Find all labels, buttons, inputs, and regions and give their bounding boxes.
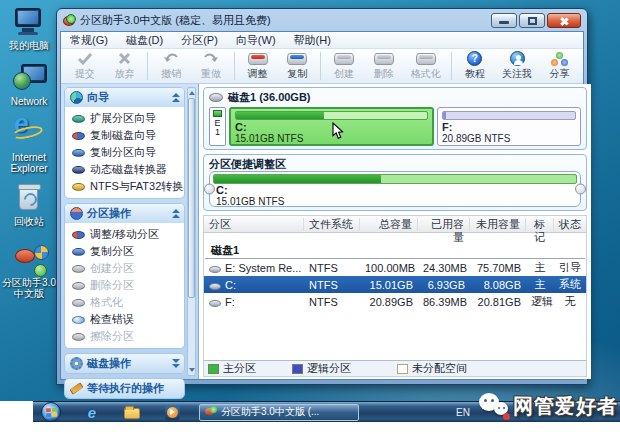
desktop-icon-partition-assistant[interactable]: 分区助手3.0中文版 bbox=[2, 243, 56, 299]
toolbar-separator bbox=[234, 52, 235, 80]
copy-partition-icon bbox=[72, 248, 85, 256]
toolbar-follow-button[interactable]: 关注我 bbox=[495, 51, 540, 81]
table-header: 分区 文件系统 总容量 已用容量 未用容量 标记 状态 bbox=[204, 216, 586, 233]
start-button[interactable] bbox=[41, 402, 61, 422]
sidebar-item-extend-partition-wizard[interactable]: 扩展分区向导 bbox=[65, 110, 184, 127]
maximize-button[interactable] bbox=[519, 13, 545, 28]
menu-bar: 常规(G) 磁盘(D) 分区(P) 向导(W) 帮助(H) bbox=[61, 32, 583, 49]
maximize-icon bbox=[528, 17, 537, 25]
sidebar-item-wipe-partition: 擦除分区 bbox=[65, 328, 184, 345]
scrollbar-thumb[interactable] bbox=[188, 98, 195, 298]
toolbar-discard-button: 放弃 bbox=[105, 51, 145, 81]
table-row[interactable]: F: NTFS 20.89GB 86.39MB 20.81GB 逻辑 无 bbox=[204, 293, 586, 310]
sidebar-scrollbar[interactable] bbox=[187, 87, 196, 376]
title-bar[interactable]: 分区助手3.0中文版 (稳定、易用且免费) bbox=[57, 9, 587, 31]
expand-icon[interactable] bbox=[171, 359, 179, 368]
mouse-cursor-icon bbox=[332, 122, 344, 144]
taskbar-media-player-button[interactable] bbox=[163, 404, 181, 421]
desktop-icon-recycle-bin[interactable]: 回收站 bbox=[2, 182, 56, 227]
partition-ops-icon bbox=[70, 207, 83, 220]
partition-icon bbox=[209, 283, 221, 290]
panel-wizards-header[interactable]: 向导 bbox=[65, 88, 184, 107]
panel-wizards: 向导 扩展分区向导 复制磁盘向导 复制分区向导 bbox=[64, 87, 185, 199]
col-used[interactable]: 已用容量 bbox=[418, 218, 470, 231]
toolbar-create-button: 创建 bbox=[324, 51, 364, 81]
create-partition-icon bbox=[72, 265, 85, 273]
desktop-icon-network[interactable]: Network bbox=[2, 62, 56, 107]
resize-handle-right[interactable] bbox=[575, 184, 586, 195]
sidebar-item-format-partition: 格式化 bbox=[65, 294, 184, 311]
legend: 主分区 逻辑分区 未分配空间 bbox=[203, 360, 587, 377]
folder-icon bbox=[124, 408, 140, 419]
scroll-down-icon[interactable] bbox=[189, 368, 195, 372]
col-capacity[interactable]: 总容量 bbox=[360, 218, 418, 231]
copy-disk-icon bbox=[287, 53, 307, 65]
network-icon bbox=[12, 62, 46, 94]
col-unused[interactable]: 未用容量 bbox=[470, 218, 526, 231]
panel-disk-ops: 磁盘操作 bbox=[64, 353, 185, 374]
watermark-text: 网管爱好者 bbox=[513, 393, 618, 420]
partition-block-e[interactable]: E 1 bbox=[209, 107, 226, 146]
desktop-icon-internet-explorer[interactable]: e Internet Explorer bbox=[2, 118, 56, 174]
menu-wizard[interactable]: 向导(W) bbox=[227, 32, 285, 48]
create-disk-icon bbox=[334, 53, 354, 65]
taskbar-ie-button[interactable]: e bbox=[83, 404, 101, 421]
toolbar-copy-button[interactable]: 复制 bbox=[277, 51, 317, 81]
copy-partition-wizard-icon bbox=[72, 149, 85, 157]
partition-block-c[interactable]: C: 15.01GB NTFS bbox=[229, 107, 434, 146]
toolbar-tutorial-button[interactable]: ? 教程 bbox=[455, 51, 495, 81]
taskbar-task-partition-assistant[interactable]: 分区助手3.0中文版 (... bbox=[199, 404, 359, 421]
sidebar-item-copy-partition-wizard[interactable]: 复制分区向导 bbox=[65, 144, 184, 161]
panel-pending-ops-header[interactable]: 等待执行的操作 bbox=[65, 379, 184, 398]
col-filesystem[interactable]: 文件系统 bbox=[304, 218, 360, 231]
toolbar-resize-button[interactable]: 调整 bbox=[238, 51, 278, 81]
sidebar-item-delete-partition: 删除分区 bbox=[65, 277, 184, 294]
panel-disk-ops-header[interactable]: 磁盘操作 bbox=[65, 354, 184, 373]
desktop-icon-my-computer[interactable]: 我的电脑 bbox=[2, 6, 56, 51]
col-flag[interactable]: 标记 bbox=[526, 218, 554, 231]
partition-block-f[interactable]: F: 20.89GB NTFS bbox=[437, 107, 581, 146]
table-row-selected[interactable]: C: NTFS 15.01GB 6.93GB 8.08GB 主 系统 bbox=[204, 276, 586, 293]
sidebar-item-ntfs-fat32-converter[interactable]: NTFS与FAT32转换器 bbox=[65, 178, 184, 195]
ie-icon: e bbox=[88, 405, 96, 420]
my-computer-icon bbox=[12, 6, 46, 38]
menu-general[interactable]: 常规(G) bbox=[61, 32, 117, 48]
collapse-icon[interactable] bbox=[171, 209, 179, 218]
sidebar-item-resize-move-partition[interactable]: 调整/移动分区 bbox=[65, 226, 184, 243]
language-indicator[interactable]: EN bbox=[456, 407, 470, 418]
partition-assistant-icon bbox=[15, 245, 49, 277]
sidebar-item-copy-disk-wizard[interactable]: 复制磁盘向导 bbox=[65, 127, 184, 144]
table-row[interactable]: E: System Re... NTFS 100.00MB 24.30MB 75… bbox=[204, 259, 586, 276]
desktop-icon-label: 回收站 bbox=[2, 216, 56, 227]
collapse-icon[interactable] bbox=[171, 93, 179, 102]
menu-partition[interactable]: 分区(P) bbox=[172, 32, 227, 48]
toolbar-redo-button: 重做 bbox=[191, 51, 231, 81]
check-icon bbox=[77, 52, 93, 65]
minimize-button[interactable] bbox=[491, 13, 517, 28]
desktop-icon-label: Network bbox=[2, 96, 56, 107]
col-status[interactable]: 状态 bbox=[554, 218, 586, 231]
dynamic-disk-icon bbox=[72, 166, 85, 174]
quick-adjust-title: 分区便捷调整区 bbox=[209, 157, 581, 171]
resize-handle-left[interactable] bbox=[204, 184, 215, 195]
scroll-up-icon[interactable] bbox=[189, 91, 195, 95]
minimize-icon bbox=[499, 21, 509, 24]
legend-primary: 主分区 bbox=[208, 361, 256, 376]
sidebar-item-dynamic-disk-converter[interactable]: 动态磁盘转换器 bbox=[65, 161, 184, 178]
taskbar-explorer-button[interactable] bbox=[123, 404, 141, 421]
panel-partition-ops-header[interactable]: 分区操作 bbox=[65, 204, 184, 223]
media-player-icon bbox=[165, 405, 180, 420]
menu-disk[interactable]: 磁盘(D) bbox=[117, 32, 172, 48]
unallocated-swatch bbox=[397, 364, 408, 374]
wizard-icon bbox=[70, 91, 83, 104]
toolbar-share-button[interactable]: 分享 bbox=[539, 51, 579, 81]
desktop-icon-label: Internet Explorer bbox=[2, 152, 56, 174]
col-partition[interactable]: 分区 bbox=[204, 218, 304, 231]
panel-pending-ops: 等待执行的操作 bbox=[64, 378, 185, 399]
menu-help[interactable]: 帮助(H) bbox=[285, 32, 340, 48]
close-button[interactable] bbox=[547, 13, 581, 28]
delete-disk-icon bbox=[374, 53, 394, 65]
wipe-partition-icon bbox=[72, 333, 85, 341]
sidebar-item-check-errors[interactable]: 检查错误 bbox=[65, 311, 184, 328]
sidebar-item-copy-partition[interactable]: 复制分区 bbox=[65, 243, 184, 260]
